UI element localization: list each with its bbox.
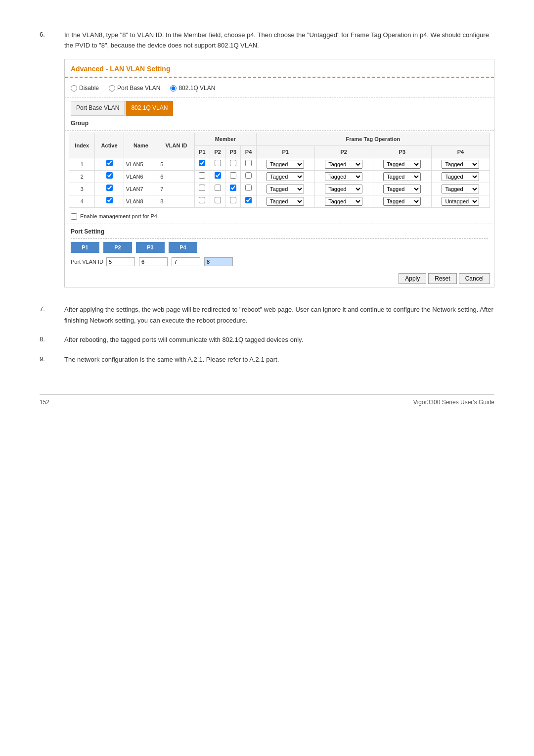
port-vlanid-input-p4[interactable]: [204, 257, 233, 266]
fto-select-p3-4[interactable]: TaggedUntagged: [383, 197, 421, 206]
port-vlanid-input-p1[interactable]: [106, 257, 135, 266]
instruction-text-8: After rebooting, the tagged ports will c…: [64, 334, 494, 345]
fto-select-p4-2[interactable]: TaggedUntagged: [442, 172, 479, 181]
radio-disable[interactable]: Disable: [71, 84, 99, 94]
cell-fto-p2-2: TaggedUntagged: [314, 170, 373, 183]
member-p2-checkbox-2[interactable]: [215, 172, 221, 179]
mgmt-checkbox[interactable]: [71, 213, 77, 220]
fto-select-p4-3[interactable]: TaggedUntagged: [442, 185, 479, 193]
instruction-number-7: 7.: [40, 304, 64, 326]
member-p2-checkbox-3[interactable]: [215, 185, 221, 191]
group-label: Group: [65, 116, 494, 130]
fto-select-p3-3[interactable]: TaggedUntagged: [383, 185, 421, 193]
th-name: Name: [124, 133, 158, 158]
fto-select-p2-2[interactable]: TaggedUntagged: [325, 172, 362, 181]
fto-select-p2-4[interactable]: TaggedUntagged: [325, 197, 362, 206]
cell-name-1: VLAN5: [124, 158, 158, 170]
fto-select-p1-1[interactable]: TaggedUntagged: [267, 160, 304, 169]
port-vlanid-input-p3[interactable]: [172, 257, 200, 266]
port-labels-row: P1P2P3P4: [71, 242, 488, 254]
cell-vlanid-3: 7: [158, 183, 195, 195]
member-p3-checkbox-3[interactable]: [230, 185, 236, 191]
member-p3-checkbox-4[interactable]: [230, 197, 236, 203]
port-inputs: [106, 257, 237, 266]
cell-member-p4-1: [241, 158, 256, 170]
fto-select-p2-1[interactable]: TaggedUntagged: [325, 160, 362, 169]
fto-select-p4-4[interactable]: TaggedUntagged: [442, 197, 479, 206]
cell-name-2: VLAN6: [124, 170, 158, 183]
page-number: 152: [40, 399, 49, 406]
member-p2-checkbox-1[interactable]: [215, 160, 221, 166]
page-content: 6. In the VLAN8, type "8" to VLAN ID. In…: [40, 30, 494, 406]
cell-index-3: 3: [69, 183, 95, 195]
cell-fto-p1-4: TaggedUntagged: [256, 195, 314, 208]
th-member-p1: P1: [194, 145, 210, 158]
member-p3-checkbox-1[interactable]: [230, 160, 236, 166]
th-member-p3: P3: [225, 145, 241, 158]
cell-vlanid-1: 5: [158, 158, 195, 170]
active-checkbox-4[interactable]: [106, 197, 113, 203]
fto-select-p3-1[interactable]: TaggedUntagged: [383, 160, 421, 169]
cell-fto-p2-4: TaggedUntagged: [314, 195, 373, 208]
fto-select-p1-2[interactable]: TaggedUntagged: [267, 172, 304, 181]
cell-member-p2-1: [210, 158, 225, 170]
active-checkbox-3[interactable]: [106, 185, 113, 191]
cell-fto-p3-3: TaggedUntagged: [373, 183, 431, 195]
cell-member-p1-4: [194, 195, 210, 208]
cell-active-3: [95, 183, 124, 195]
fto-select-p4-1[interactable]: TaggedUntagged: [442, 160, 479, 169]
tab-portbase[interactable]: Port Base VLAN: [71, 101, 125, 116]
member-p4-checkbox-4[interactable]: [245, 197, 252, 203]
cell-fto-p1-3: TaggedUntagged: [256, 183, 314, 195]
member-p4-checkbox-1[interactable]: [245, 160, 252, 166]
member-p1-checkbox-1[interactable]: [199, 160, 205, 166]
radio-8021q[interactable]: 802.1Q VLAN: [170, 84, 215, 94]
radio-row: Disable Port Base VLAN 802.1Q VLAN: [65, 81, 494, 96]
cell-fto-p4-1: TaggedUntagged: [431, 158, 490, 170]
cell-fto-p1-2: TaggedUntagged: [256, 170, 314, 183]
vlan-panel: Advanced - LAN VLAN Setting Disable Port…: [64, 59, 494, 288]
member-p1-checkbox-4[interactable]: [199, 197, 205, 203]
cell-active-1: [95, 158, 124, 170]
cell-member-p3-2: [225, 170, 241, 183]
cell-name-3: VLAN7: [124, 183, 158, 195]
instruction-number-6: 6.: [40, 30, 64, 295]
member-p1-checkbox-3[interactable]: [199, 185, 205, 191]
port-label-p2: P2: [103, 242, 132, 253]
fto-select-p1-3[interactable]: TaggedUntagged: [267, 185, 304, 193]
th-member-p2: P2: [210, 145, 225, 158]
fto-select-p3-2[interactable]: TaggedUntagged: [383, 172, 421, 181]
tab-8021q[interactable]: 802.1Q VLAN: [126, 101, 173, 116]
active-checkbox-2[interactable]: [106, 172, 113, 179]
port-vlan-row: Port VLAN ID: [71, 257, 488, 266]
radio-portbase[interactable]: Port Base VLAN: [109, 84, 160, 94]
cell-vlanid-4: 8: [158, 195, 195, 208]
port-labels: P1P2P3P4: [71, 242, 201, 254]
port-vlanid-input-p2[interactable]: [139, 257, 168, 266]
member-p4-checkbox-3[interactable]: [245, 185, 252, 191]
cancel-button[interactable]: Cancel: [459, 273, 490, 284]
fto-select-p2-3[interactable]: TaggedUntagged: [325, 185, 362, 193]
instruction-text-9: The network configuration is the same wi…: [64, 354, 494, 365]
member-p2-checkbox-4[interactable]: [215, 197, 221, 203]
cell-active-2: [95, 170, 124, 183]
reset-button[interactable]: Reset: [428, 273, 456, 284]
fto-select-p1-4[interactable]: TaggedUntagged: [267, 197, 304, 206]
member-p3-checkbox-2[interactable]: [230, 172, 236, 179]
port-setting-title: Port Setting: [71, 227, 488, 239]
member-p4-checkbox-2[interactable]: [245, 172, 252, 179]
page-footer: 152 Vigor3300 Series User's Guide: [40, 394, 494, 406]
instruction-number-8: 8.: [40, 334, 64, 345]
vlan-table-container: Index Active Name VLAN ID Member Frame T…: [65, 133, 494, 208]
member-p1-checkbox-2[interactable]: [199, 172, 205, 179]
cell-member-p4-3: [241, 183, 256, 195]
cell-member-p3-3: [225, 183, 241, 195]
cell-fto-p1-1: TaggedUntagged: [256, 158, 314, 170]
active-checkbox-1[interactable]: [106, 160, 113, 166]
btn-row: Apply Reset Cancel: [65, 270, 494, 287]
instruction-text-6: In the VLAN8, type "8" to VLAN ID. In th…: [64, 30, 494, 295]
cell-fto-p4-4: TaggedUntagged: [431, 195, 490, 208]
apply-button[interactable]: Apply: [399, 273, 426, 284]
instruction-6: 6. In the VLAN8, type "8" to VLAN ID. In…: [40, 30, 494, 295]
cell-index-1: 1: [69, 158, 95, 170]
